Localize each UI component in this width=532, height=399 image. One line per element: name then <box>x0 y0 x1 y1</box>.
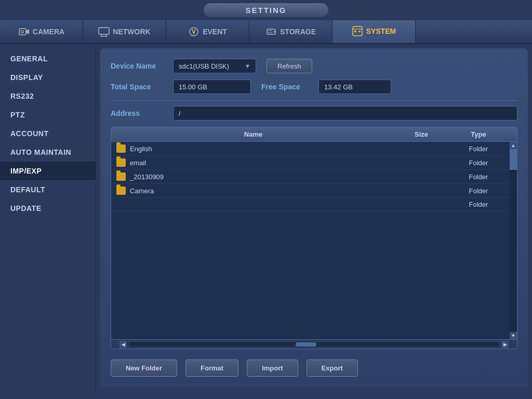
file-table-body[interactable]: EnglishFolderemailFolder_20130909FolderC… <box>111 142 510 339</box>
svg-rect-15 <box>358 31 361 32</box>
folder-icon <box>116 187 126 195</box>
file-name: email <box>130 159 146 167</box>
device-name-value: sdc1(USB DISK) <box>179 62 229 70</box>
col-type-header: Type <box>453 130 504 138</box>
sidebar-item-display[interactable]: DISPLAY <box>0 68 96 87</box>
svg-point-2 <box>21 31 23 33</box>
scroll-thumb <box>510 149 517 170</box>
sidebar-item-account[interactable]: ACCOUNT <box>0 124 96 143</box>
tab-network[interactable]: NETWORK <box>83 20 166 43</box>
svg-rect-12 <box>353 26 362 36</box>
device-name-row: Device Name sdc1(USB DISK) ▼ Refresh <box>111 59 517 73</box>
table-body-wrapper: EnglishFolderemailFolder_20130909FolderC… <box>111 142 517 339</box>
col-size-header: Size <box>390 130 453 138</box>
tab-storage-label: STORAGE <box>280 28 316 36</box>
folder-icon <box>116 172 126 181</box>
export-button[interactable]: Export <box>307 360 358 377</box>
table-row[interactable]: CameraFolder <box>111 184 510 198</box>
horizontal-scrollbar[interactable]: ◀ ▶ <box>111 339 517 349</box>
tab-event-label: EVENT <box>203 28 227 36</box>
file-type: Folder <box>453 145 504 153</box>
vertical-scrollbar[interactable]: ▲ ▼ <box>510 142 517 339</box>
table-row[interactable]: _20130909Folder <box>111 170 510 184</box>
scroll-right-btn[interactable]: ▶ <box>501 341 509 348</box>
free-space-label: Free Space <box>261 83 308 91</box>
tab-network-label: NETWORK <box>113 28 150 36</box>
sidebar-item-auto-maintain[interactable]: AUTO MAINTAIN <box>0 143 96 162</box>
refresh-button[interactable]: Refresh <box>267 59 312 73</box>
format-button[interactable]: Format <box>185 360 238 377</box>
sidebar-item-ptz[interactable]: PTZ <box>0 105 96 124</box>
file-name: English <box>130 145 152 153</box>
tab-event[interactable]: EVENT <box>166 20 249 43</box>
svg-rect-14 <box>354 31 356 32</box>
svg-rect-3 <box>99 28 109 34</box>
total-space-value: 15.00 GB <box>173 79 251 94</box>
tab-camera[interactable]: CAMERA <box>0 20 83 43</box>
nav-tabs: CAMERA NETWORK EVENT STORAGE <box>0 20 532 44</box>
tab-storage[interactable]: STORAGE <box>249 20 332 43</box>
file-type: Folder <box>453 187 504 195</box>
sidebar-item-rs232[interactable]: RS232 <box>0 87 96 105</box>
sidebar-item-general[interactable]: GENERAL <box>0 49 96 68</box>
file-name: _20130909 <box>130 173 164 181</box>
main-layout: GENERAL DISPLAY RS232 PTZ ACCOUNT AUTO M… <box>0 44 532 391</box>
sidebar-item-update[interactable]: UPDATE <box>0 199 96 218</box>
app-title: SETTING <box>204 3 328 17</box>
svg-point-9 <box>274 31 275 33</box>
address-input[interactable] <box>173 106 517 121</box>
file-name: Camera <box>130 187 154 195</box>
file-table: Name Size Type EnglishFolderemailFolder_… <box>111 127 517 349</box>
tab-system-label: SYSTEM <box>366 27 396 35</box>
table-row[interactable]: Folder <box>111 198 510 211</box>
scroll-up-btn[interactable]: ▲ <box>510 142 517 149</box>
h-scroll-track <box>129 342 499 347</box>
svg-rect-0 <box>19 29 26 35</box>
chevron-down-icon: ▼ <box>245 63 250 69</box>
device-name-label: Device Name <box>111 62 163 70</box>
table-row[interactable]: emailFolder <box>111 156 510 170</box>
total-space-label: Total Space <box>111 83 163 91</box>
sidebar-item-default[interactable]: DEFAULT <box>0 180 96 199</box>
file-table-header: Name Size Type <box>111 127 517 142</box>
file-type: Folder <box>453 201 504 208</box>
space-row: Total Space 15.00 GB Free Space 13.42 GB <box>111 79 517 94</box>
title-bar: SETTING <box>0 0 532 20</box>
col-name-header: Name <box>116 130 390 138</box>
file-type: Folder <box>453 173 504 181</box>
address-row: Address <box>111 100 517 121</box>
svg-marker-1 <box>26 29 29 34</box>
tab-camera-label: CAMERA <box>33 28 64 36</box>
scroll-track <box>510 149 517 332</box>
h-scroll-thumb <box>296 342 316 347</box>
folder-icon <box>116 144 126 153</box>
free-space-value: 13.42 GB <box>318 79 391 94</box>
device-name-dropdown[interactable]: sdc1(USB DISK) ▼ <box>173 59 256 73</box>
scroll-down-btn[interactable]: ▼ <box>510 332 517 339</box>
file-type: Folder <box>453 159 504 167</box>
new-folder-button[interactable]: New Folder <box>111 360 177 377</box>
sidebar: GENERAL DISPLAY RS232 PTZ ACCOUNT AUTO M… <box>0 44 96 391</box>
import-button[interactable]: Import <box>247 360 298 377</box>
bottom-buttons: New Folder Format Import Export <box>111 355 517 377</box>
content-area: Device Name sdc1(USB DISK) ▼ Refresh Tot… <box>100 48 528 387</box>
tab-system[interactable]: SYSTEM <box>332 20 416 43</box>
folder-icon <box>116 158 126 167</box>
table-row[interactable]: EnglishFolder <box>111 142 510 156</box>
sidebar-item-imp-exp[interactable]: IMP/EXP <box>0 162 96 180</box>
address-label: Address <box>111 109 163 117</box>
scroll-left-btn[interactable]: ◀ <box>119 341 127 348</box>
